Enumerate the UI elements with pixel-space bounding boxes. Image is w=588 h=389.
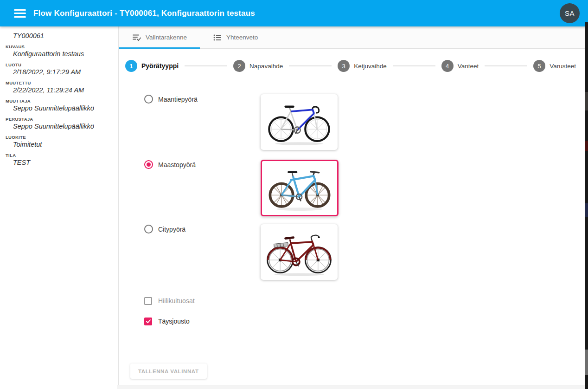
step-ketjuvaihde[interactable]: 3 Ketjuvaihde	[338, 60, 387, 72]
field-value-muutettu: 2/22/2022, 11:29:24 AM	[13, 86, 112, 94]
field-label-tila: TILA	[6, 153, 112, 158]
checkmark-icon	[146, 318, 151, 324]
horizontal-scrollbar-track[interactable]	[117, 385, 588, 389]
option-row-maastopyora: Maastopyörä	[144, 160, 588, 216]
field-value-perustaja: Seppo Suunnittelupäällikkö	[13, 123, 112, 130]
option-row-maantiepyora: Maantiepyörä	[144, 94, 588, 150]
checkbox-label: Hiilikuituosat	[158, 297, 195, 305]
wizard-stepper: 1 Pyörätyyppi 2 Napavaihde 3 Ketjuvaihde…	[119, 49, 588, 72]
screen-edge-artifact	[585, 22, 588, 389]
hamburger-menu-icon[interactable]	[14, 9, 26, 18]
field-label-muutettu: MUUTETTU	[6, 80, 112, 85]
avatar[interactable]: SA	[560, 3, 580, 23]
option-row-citypyora: Citypyörä	[144, 224, 588, 280]
step-connector	[289, 65, 332, 66]
step-label: Vanteet	[458, 63, 479, 70]
checklist-icon	[132, 33, 141, 42]
field-label-perustaja: PERUSTAJA	[6, 117, 112, 122]
mountain-bike-image	[262, 162, 337, 214]
radio-row: Citypyörä	[144, 224, 261, 233]
step-circle[interactable]: 1	[125, 60, 137, 72]
checkbox-taysjousto[interactable]	[144, 318, 152, 325]
record-id: TY000061	[13, 32, 112, 39]
radio-label: Maastopyörä	[158, 161, 196, 169]
radio-row: Maantiepyörä	[144, 94, 261, 104]
tab-label: Yhteenveto	[226, 34, 258, 41]
tab-yhteenveto[interactable]: Yhteenveto	[200, 26, 271, 48]
radio-label: Maantiepyörä	[158, 96, 198, 103]
field-label-muuttaja: MUUTTAJA	[6, 98, 112, 104]
step-connector	[485, 65, 527, 66]
field-value-tila: TEST	[13, 159, 112, 166]
step-varusteet[interactable]: 5 Varusteet	[533, 60, 576, 72]
app-title: Flow Konfiguraattori - TY000061, Konfigu…	[33, 9, 255, 18]
tab-valintarakenne[interactable]: Valintarakenne	[119, 26, 200, 48]
tab-bar: Valintarakenne Yhteenveto	[119, 26, 588, 49]
field-label-kuvaus: KUVAUS	[6, 44, 112, 49]
field-value-kuvaus: Konfiguraattorin testaus	[13, 50, 112, 58]
checkbox-label: Täysjousto	[158, 318, 190, 325]
step-circle[interactable]: 5	[533, 60, 545, 72]
field-value-muuttaja: Seppo Suunnittelupäällikkö	[13, 104, 112, 112]
field-value-luotu: 2/18/2022, 9:17:29 AM	[13, 68, 112, 76]
city-bike-image	[262, 226, 336, 279]
extra-options: Hiilikuituosat Täysjousto	[119, 280, 588, 325]
main-content: Valintarakenne Yhteenveto 1 Pyörätyyppi	[119, 26, 588, 389]
step-napavaihde[interactable]: 2 Napavaihde	[233, 60, 283, 72]
road-bike-image	[262, 96, 336, 149]
step-vanteet[interactable]: 4 Vanteet	[441, 60, 479, 72]
field-label-luotu: LUOTU	[6, 62, 112, 67]
radio-label: Citypyörä	[158, 226, 185, 233]
radio-row: Maastopyörä	[144, 160, 261, 169]
mountain-bike-card[interactable]	[261, 160, 339, 216]
radio-citypyora[interactable]	[144, 225, 153, 233]
checkbox-hiilikuituosat[interactable]	[144, 297, 152, 305]
metadata-sidebar: TY000061 KUVAUS Konfiguraattorin testaus…	[0, 26, 119, 389]
field-value-luokite: Toimitetut	[13, 141, 112, 148]
bike-type-options: Maantiepyörä	[119, 72, 588, 280]
radio-maastopyora[interactable]	[144, 160, 153, 169]
step-pyoratyyppi[interactable]: 1 Pyörätyyppi	[125, 60, 179, 72]
radio-maantiepyora[interactable]	[144, 95, 153, 104]
road-bike-card[interactable]	[261, 94, 338, 150]
app-window: Flow Konfiguraattori - TY000061, Konfigu…	[0, 0, 588, 389]
step-label: Ketjuvaihde	[354, 63, 387, 70]
step-circle[interactable]: 4	[441, 60, 454, 72]
save-selections-button[interactable]: TALLENNA VALINNAT	[130, 363, 207, 379]
tab-label: Valintarakenne	[146, 34, 187, 41]
step-connector	[393, 65, 435, 66]
check-row-hiilikuituosat: Hiilikuituosat	[144, 297, 588, 305]
app-header: Flow Konfiguraattori - TY000061, Konfigu…	[0, 0, 588, 26]
step-label: Pyörätyyppi	[141, 62, 179, 70]
city-bike-card[interactable]	[261, 224, 338, 280]
step-circle[interactable]: 2	[233, 60, 245, 72]
step-circle[interactable]: 3	[338, 60, 350, 72]
check-row-taysjousto: Täysjousto	[144, 317, 588, 325]
field-label-luokite: LUOKITE	[6, 135, 112, 140]
list-icon	[213, 33, 222, 42]
step-connector	[185, 65, 227, 66]
step-label: Napavaihde	[249, 63, 283, 70]
step-label: Varusteet	[550, 63, 576, 70]
